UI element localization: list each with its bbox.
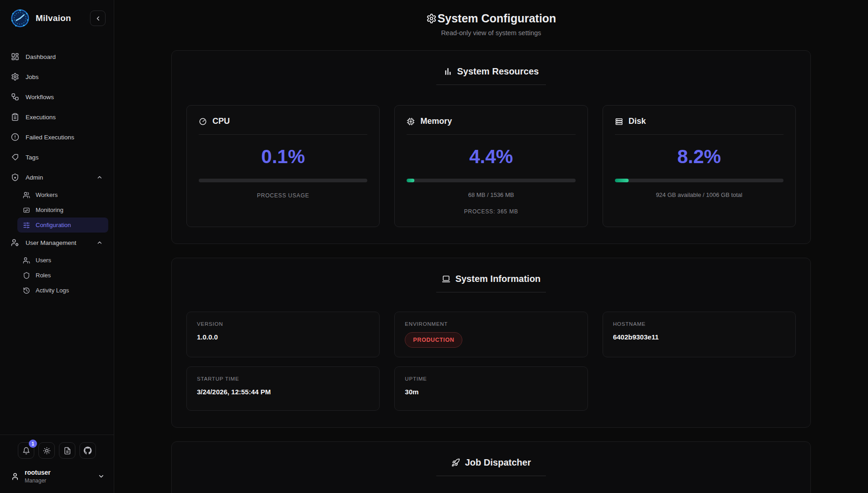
chevron-up-icon bbox=[96, 239, 103, 246]
resource-name: CPU bbox=[212, 117, 230, 126]
field-label: HOSTNAME bbox=[613, 321, 785, 327]
sidebar-item-executions[interactable]: Executions bbox=[5, 107, 108, 127]
page-title: System Configuration bbox=[426, 12, 556, 25]
field-label: VERSION bbox=[197, 321, 369, 327]
memory-card: Memory 4.4% 68 MB / 1536 MB PROCESS: 365… bbox=[394, 105, 587, 227]
startup-time-value: 3/24/2026, 12:55:44 PM bbox=[197, 388, 369, 396]
memory-value: 4.4% bbox=[407, 146, 575, 168]
users-icon bbox=[23, 191, 30, 199]
uptime-card: UPTIME 30m bbox=[394, 366, 587, 411]
nav-label: Admin bbox=[26, 174, 43, 181]
field-label: ENVIRONMENT bbox=[405, 321, 577, 327]
divider bbox=[407, 134, 575, 135]
user-role: Manager bbox=[25, 477, 51, 484]
hostname-card: HOSTNAME 6402b9303e11 bbox=[603, 312, 796, 357]
sidebar-item-workers[interactable]: Workers bbox=[17, 187, 108, 202]
sliders-icon bbox=[23, 222, 30, 229]
sidebar-collapse-button[interactable] bbox=[90, 11, 106, 26]
gauge-icon bbox=[199, 117, 207, 126]
laptop-icon bbox=[442, 275, 450, 283]
system-resources-section: System Resources CPU 0.1% PROCESS USAGE bbox=[171, 50, 811, 244]
app-title: Milvaion bbox=[36, 13, 71, 23]
divider bbox=[436, 85, 546, 85]
sidebar-group-user-management[interactable]: User Management bbox=[5, 233, 108, 253]
divider bbox=[436, 476, 546, 476]
job-dispatcher-section: Job Dispatcher ENABLED POLLING INTERVAL … bbox=[171, 441, 811, 493]
memory-usage-text: 68 MB / 1536 MB bbox=[407, 191, 575, 198]
sidebar-item-roles[interactable]: Roles bbox=[17, 268, 108, 283]
field-label: STARTUP TIME bbox=[197, 376, 369, 382]
sidebar-header: Milvaion bbox=[0, 0, 114, 35]
docs-button[interactable] bbox=[59, 442, 75, 459]
clipboard-icon bbox=[11, 113, 19, 121]
bell-icon bbox=[22, 447, 30, 455]
gear-icon bbox=[11, 73, 19, 81]
nav-label: Users bbox=[36, 257, 51, 264]
sidebar: Milvaion Dashboard Jobs Workflows bbox=[0, 0, 114, 493]
hostname-value: 6402b9303e11 bbox=[613, 333, 785, 341]
app-logo bbox=[10, 8, 30, 28]
sidebar-group-admin[interactable]: Admin bbox=[5, 167, 108, 187]
disk-card: Disk 8.2% 924 GB available / 1006 GB tot… bbox=[603, 105, 796, 227]
user-icon bbox=[11, 472, 19, 481]
sidebar-nav: Dashboard Jobs Workflows Executions Fail… bbox=[0, 35, 114, 435]
sidebar-item-users[interactable]: Users bbox=[17, 253, 108, 268]
cpu-value: 0.1% bbox=[199, 146, 367, 168]
disk-progress-bar bbox=[615, 179, 783, 182]
nav-label: Activity Logs bbox=[36, 287, 69, 294]
theme-toggle-button[interactable] bbox=[38, 442, 55, 459]
rocket-icon bbox=[451, 458, 460, 467]
bar-chart-icon bbox=[444, 67, 452, 76]
sidebar-item-failed-executions[interactable]: Failed Executions bbox=[5, 127, 108, 147]
memory-progress-bar bbox=[407, 179, 575, 182]
nav-label: Failed Executions bbox=[26, 134, 74, 141]
cpu-card: CPU 0.1% PROCESS USAGE bbox=[186, 105, 380, 227]
cpu-sub-label: PROCESS USAGE bbox=[199, 192, 367, 199]
nav-label: Executions bbox=[26, 114, 56, 121]
disk-usage-text: 924 GB available / 1006 GB total bbox=[615, 191, 783, 198]
sidebar-item-configuration[interactable]: Configuration bbox=[17, 217, 108, 233]
nav-label: Tags bbox=[26, 154, 39, 161]
sidebar-item-jobs[interactable]: Jobs bbox=[5, 67, 108, 87]
chevron-left-icon bbox=[95, 15, 101, 22]
nav-label: Configuration bbox=[36, 222, 71, 228]
sidebar-item-dashboard[interactable]: Dashboard bbox=[5, 47, 108, 67]
notification-badge: 1 bbox=[29, 440, 37, 448]
monitor-chart-icon bbox=[23, 207, 30, 214]
sidebar-item-activity-logs[interactable]: Activity Logs bbox=[17, 283, 108, 298]
history-icon bbox=[23, 287, 30, 294]
cpu-chip-icon bbox=[407, 117, 415, 126]
disk-value: 8.2% bbox=[615, 146, 783, 168]
sidebar-item-tags[interactable]: Tags bbox=[5, 147, 108, 167]
shield-user-icon bbox=[11, 173, 19, 181]
user-menu[interactable]: rootuser Manager bbox=[0, 459, 114, 493]
divider bbox=[615, 134, 783, 135]
nav-label: Workers bbox=[36, 191, 58, 198]
notifications-button[interactable]: 1 bbox=[18, 442, 34, 459]
nav-label: Jobs bbox=[26, 74, 39, 80]
section-title: System Resources bbox=[186, 66, 796, 77]
user-name: rootuser bbox=[25, 469, 51, 476]
workflow-icon bbox=[11, 93, 19, 101]
sidebar-item-workflows[interactable]: Workflows bbox=[5, 87, 108, 107]
divider bbox=[199, 134, 367, 135]
tag-icon bbox=[11, 153, 19, 161]
nav-label: Workflows bbox=[26, 94, 54, 101]
uptime-value: 30m bbox=[405, 388, 577, 396]
system-information-section: System Information VERSION 1.0.0.0 ENVIR… bbox=[171, 258, 811, 428]
environment-card: ENVIRONMENT PRODUCTION bbox=[394, 312, 587, 357]
version-value: 1.0.0.0 bbox=[197, 333, 369, 341]
startup-time-card: STARTUP TIME 3/24/2026, 12:55:44 PM bbox=[186, 366, 380, 411]
document-icon bbox=[64, 447, 71, 455]
chevron-down-icon bbox=[98, 473, 105, 480]
nav-label: User Management bbox=[26, 239, 76, 246]
github-button[interactable] bbox=[79, 442, 96, 459]
section-title: System Information bbox=[186, 274, 796, 284]
page-subtitle: Read-only view of system settings bbox=[441, 29, 541, 37]
version-card: VERSION 1.0.0.0 bbox=[186, 312, 380, 357]
sidebar-footer: 1 rootuser bbox=[0, 435, 114, 493]
shield-icon bbox=[23, 272, 30, 279]
sidebar-item-monitoring[interactable]: Monitoring bbox=[17, 202, 108, 217]
field-label: UPTIME bbox=[405, 376, 577, 382]
section-title: Job Dispatcher bbox=[186, 457, 796, 468]
